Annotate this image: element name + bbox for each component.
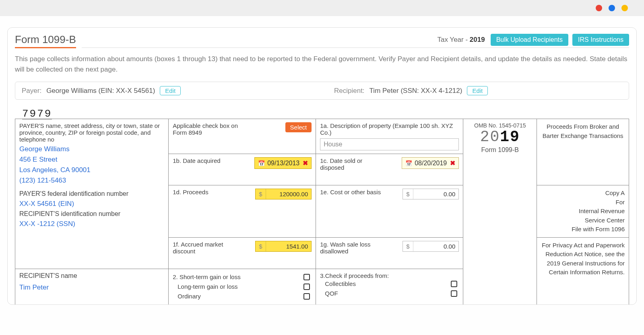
clear-date-icon[interactable]: ✖: [450, 159, 455, 167]
recipient-name-link[interactable]: Tim Peter: [19, 284, 164, 292]
page-title: Form 1099-B: [15, 33, 76, 48]
irs-instructions-button[interactable]: IRS Instructions: [572, 34, 629, 46]
clear-date-icon[interactable]: ✖: [303, 159, 308, 167]
recipient-street-block: Street address (including apt. no.): [15, 304, 169, 305]
box-8949: Select Applicable check box on Form 8949: [169, 119, 316, 154]
property-description-input[interactable]: [320, 138, 459, 150]
payer-ein-link[interactable]: XX-X 54561 (EIN): [19, 200, 164, 208]
box-3: 3.Check if proceeds from: Collectibles Q…: [316, 269, 463, 304]
calendar-icon: 📅: [258, 160, 265, 166]
recipient-value: Tim Peter (SSN: XX-X 4-1212): [369, 87, 462, 95]
recipient-label: Recipient:: [334, 87, 365, 95]
payer-block: PAYER'S name, street address, city or to…: [15, 119, 169, 269]
accrued-discount-input[interactable]: $ 1541.00: [255, 241, 312, 252]
box-1g: 1g. Wash sale loss disallowed $ 0.00: [316, 237, 463, 269]
box-1f: 1f. Accrued market discount $ 1541.00: [169, 237, 316, 269]
form-card: Form 1099-B Tax Year - 2019 Bulk Upload …: [7, 27, 637, 305]
window-titlebar: [0, 0, 644, 16]
recipient-name-block: RECIPIENT'S name Tim Peter: [15, 269, 169, 304]
payer-street-link[interactable]: 456 E Street: [19, 156, 164, 164]
box-1b: 1b. Date acquired 📅 09/13/2013 ✖: [169, 154, 316, 185]
calendar-icon: 📅: [405, 160, 412, 166]
window-dot-yellow: [621, 5, 628, 11]
box-1c: 1c. Date sold or disposed 📅 08/20/2019 ✖: [316, 154, 463, 185]
cost-basis-input[interactable]: $ 0.00: [402, 189, 459, 199]
window-dot-blue: [609, 5, 615, 11]
form-1099b-grid: PAYER'S name, street address, city or to…: [15, 119, 629, 305]
form-title-block: Proceeds From Broker and Barter Exchange…: [537, 119, 629, 185]
recipient-ssn-link[interactable]: XX-X -1212 (SSN): [19, 220, 164, 228]
payer-name-link[interactable]: George Williams: [19, 145, 164, 153]
box-5: 5. Check if noncovered security: [316, 304, 463, 305]
short-term-checkbox[interactable]: [303, 274, 310, 280]
bulk-upload-button[interactable]: Bulk Upload Recipients: [491, 34, 568, 46]
party-bar: Payer: George Williams (EIN: XX-X 54561)…: [15, 82, 629, 100]
payer-city-link[interactable]: Los Angeles, CA 90001: [19, 166, 164, 174]
sequence-number: 7979: [22, 109, 52, 119]
qof-checkbox[interactable]: [451, 290, 457, 297]
long-term-checkbox[interactable]: [303, 284, 310, 290]
proceeds-input[interactable]: $ 120000.00: [255, 189, 312, 199]
page-description: This page collects information about amo…: [15, 54, 629, 74]
payer-phone-link[interactable]: (123) 121-5463: [19, 177, 164, 185]
edit-payer-button[interactable]: Edit: [160, 86, 181, 95]
date-sold-input[interactable]: 📅 08/20/2019 ✖: [402, 157, 459, 169]
window-dot-red: [596, 5, 602, 11]
date-acquired-input[interactable]: 📅 09/13/2013 ✖: [254, 157, 312, 169]
box-2: 2. Short-term gain or loss Long-term gai…: [169, 269, 316, 304]
tax-year: Tax Year - 2019: [437, 36, 485, 44]
select-8949-button[interactable]: Select: [285, 122, 312, 132]
box-1e: 1e. Cost or other basis $ 0.00: [316, 185, 463, 238]
privacy-block: For Privacy Act and Paperwork Reduction …: [537, 237, 629, 305]
payer-label: Payer:: [22, 87, 41, 95]
box-4: 4. Federal income tax 0.00: [169, 304, 316, 305]
edit-recipient-button[interactable]: Edit: [467, 86, 488, 95]
copy-a-block: Copy A For Internal Revenue Service Cent…: [537, 185, 629, 238]
wash-sale-input[interactable]: $ 0.00: [402, 241, 459, 252]
collectibles-checkbox[interactable]: [451, 281, 457, 287]
payer-value: George Williams (EIN: XX-X 54561): [46, 87, 155, 95]
box-1d: 1d. Proceeds $ 120000.00: [169, 185, 316, 238]
omb-block: OMB No. 1545-0715 2019 Form 1099-B: [463, 119, 537, 185]
box-1a: 1a. Description of property (Example 100…: [316, 119, 463, 154]
ordinary-checkbox[interactable]: [303, 293, 310, 300]
